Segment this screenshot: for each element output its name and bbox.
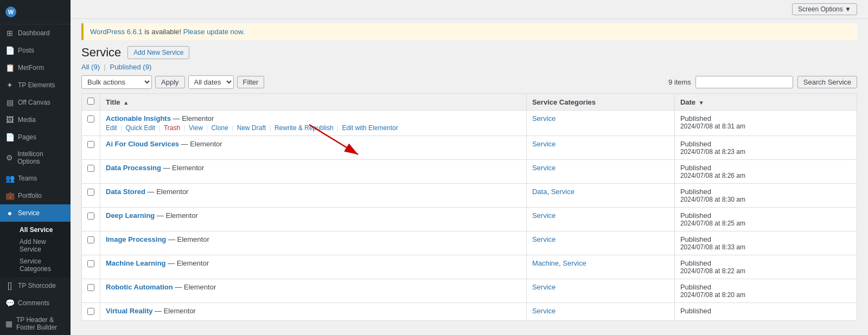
- category-link[interactable]: Service: [563, 259, 586, 267]
- row-date-cell: Published2024/07/08 at 8:20 am: [674, 279, 857, 303]
- post-suffix: — Elementor: [152, 307, 195, 315]
- category-link[interactable]: Service: [532, 211, 556, 220]
- add-new-service-button[interactable]: Add New Service: [127, 46, 189, 59]
- table-row: Virtual Reality — ElementorServicePublis…: [82, 303, 857, 321]
- row-checkbox[interactable]: [87, 141, 94, 148]
- sidebar-item-tp-shortcode[interactable]: [] TP Shorcode: [0, 277, 71, 294]
- post-title-link[interactable]: Data Stored: [106, 188, 145, 196]
- dashboard-icon: ⊞: [5, 29, 14, 37]
- category-link[interactable]: Service: [532, 114, 556, 123]
- row-checkbox[interactable]: [87, 236, 94, 243]
- row-action-clone[interactable]: Clone: [212, 124, 228, 132]
- row-categories-cell: Service: [526, 136, 674, 160]
- filter-all-link[interactable]: All (9): [81, 63, 100, 71]
- sidebar-item-metform[interactable]: 📋 MetForm: [0, 59, 71, 76]
- post-date: 2024/07/08 at 8:30 am: [680, 196, 851, 203]
- filter-published-link[interactable]: Published (9): [110, 63, 152, 71]
- row-date-cell: Published2024/07/08 at 8:30 am: [674, 184, 857, 208]
- category-link[interactable]: Service: [532, 283, 556, 291]
- row-checkbox[interactable]: [87, 260, 94, 267]
- post-title-link[interactable]: Machine Learning: [106, 259, 166, 267]
- sidebar-sub-add-new-service[interactable]: Add New Service: [15, 236, 71, 255]
- bulk-actions-select[interactable]: Bulk actions: [81, 75, 152, 89]
- tp-header-icon: ▦: [5, 319, 12, 328]
- sidebar-sub-all-service[interactable]: All Service: [15, 224, 71, 236]
- post-suffix: — Elementor: [173, 283, 216, 291]
- row-categories-cell: Service: [526, 279, 674, 303]
- row-action-edit-with-elementor[interactable]: Edit with Elementor: [342, 124, 398, 132]
- category-link[interactable]: Service: [532, 164, 556, 172]
- row-checkbox[interactable]: [87, 189, 94, 196]
- sidebar-item-teams[interactable]: 👥 Teams: [0, 170, 71, 187]
- row-date-cell: Published: [674, 303, 857, 321]
- sidebar-sub-service-categories[interactable]: Service Categories: [15, 255, 71, 275]
- sidebar-item-intellicon-options[interactable]: ⚙ Intellicon Options: [0, 146, 71, 170]
- sidebar-item-label: Pages: [18, 133, 36, 141]
- post-date: 2024/07/08 at 8:31 am: [680, 123, 851, 130]
- row-action-rewrite-&-republish[interactable]: Rewrite & Republish: [275, 124, 334, 132]
- media-icon: 🖼: [5, 115, 14, 124]
- row-action-new-draft[interactable]: New Draft: [237, 124, 266, 132]
- sidebar-item-pages[interactable]: 📄 Pages: [0, 128, 71, 146]
- metform-icon: 📋: [5, 63, 14, 72]
- category-link[interactable]: Data: [532, 188, 547, 196]
- row-action-quick-edit[interactable]: Quick Edit: [125, 124, 155, 132]
- table-body: Actionable Insights — ElementorEdit | Qu…: [82, 111, 857, 321]
- sidebar-item-tp-header[interactable]: ▦ TP Header & Footer Builder: [0, 312, 71, 335]
- post-date: 2024/07/08 at 8:20 am: [680, 291, 851, 299]
- sidebar-item-off-canvas[interactable]: ▤ Off Canvas: [0, 94, 71, 111]
- col-title[interactable]: Title ▲: [100, 94, 527, 111]
- post-title-link[interactable]: Actionable Insights: [106, 114, 171, 123]
- row-action-edit[interactable]: Edit: [106, 124, 117, 132]
- sidebar-item-posts[interactable]: 📄 Posts: [0, 42, 71, 59]
- row-checkbox[interactable]: [87, 212, 94, 220]
- row-categories-cell: Service: [526, 208, 674, 231]
- category-link[interactable]: Service: [532, 307, 556, 315]
- apply-button[interactable]: Apply: [155, 76, 185, 88]
- category-link[interactable]: Service: [551, 188, 575, 196]
- search-input[interactable]: [695, 76, 793, 88]
- post-title-link[interactable]: Deep Learning: [106, 211, 155, 220]
- main-content: Screen Options ▼ WordPress 6.6.1 is avai…: [71, 0, 868, 335]
- sidebar-item-label: Portfolio: [18, 192, 42, 199]
- post-title-link[interactable]: Ai For Cloud Services: [106, 140, 179, 148]
- sidebar-item-label: Intellicon Options: [17, 150, 65, 165]
- post-title-link[interactable]: Robotic Automation: [106, 283, 173, 291]
- sidebar-item-media[interactable]: 🖼 Media: [0, 111, 71, 128]
- row-categories-cell: Data, Service: [526, 184, 674, 208]
- search-service-button[interactable]: Search Service: [797, 76, 857, 88]
- dates-select[interactable]: All dates: [188, 75, 234, 89]
- filter-button[interactable]: Filter: [237, 76, 265, 88]
- sidebar-item-portfolio[interactable]: 💼 Portfolio: [0, 187, 71, 204]
- table-row: Machine Learning — ElementorMachine, Ser…: [82, 255, 857, 279]
- screen-options-button[interactable]: Screen Options ▼: [792, 3, 857, 15]
- row-categories-cell: Service: [526, 231, 674, 255]
- row-action-view[interactable]: View: [189, 124, 203, 132]
- post-suffix: — Elementor: [161, 164, 204, 172]
- row-checkbox[interactable]: [87, 308, 94, 315]
- row-action-trash[interactable]: Trash: [164, 124, 180, 132]
- post-title-link[interactable]: Data Processing: [106, 164, 161, 172]
- select-all-checkbox[interactable]: [87, 98, 94, 105]
- post-suffix: — Elementor: [179, 140, 222, 148]
- post-title-link[interactable]: Image Processing: [106, 235, 166, 243]
- row-checkbox[interactable]: [87, 115, 94, 123]
- sidebar-item-service[interactable]: ● Service: [0, 204, 71, 222]
- sidebar-item-label: Posts: [18, 47, 34, 54]
- col-date[interactable]: Date ▼: [674, 94, 857, 111]
- update-link[interactable]: Please update now.: [183, 28, 245, 36]
- sidebar-item-dashboard[interactable]: ⊞ Dashboard: [0, 24, 71, 42]
- row-checkbox[interactable]: [87, 165, 94, 172]
- post-title-link[interactable]: Virtual Reality: [106, 307, 152, 315]
- post-suffix: — Elementor: [166, 259, 209, 267]
- category-link[interactable]: Service: [532, 140, 556, 148]
- sidebar-item-comments[interactable]: 💬 Comments: [0, 294, 71, 312]
- sidebar-item-label: MetForm: [18, 64, 44, 72]
- sidebar-item-tp-elements[interactable]: ✦ TP Elements: [0, 76, 71, 94]
- category-link[interactable]: Machine: [532, 259, 559, 267]
- wp-version-link[interactable]: WordPress 6.6.1: [90, 28, 143, 36]
- sidebar-item-label: Media: [18, 116, 36, 124]
- category-link[interactable]: Service: [532, 235, 556, 243]
- row-title-cell: Machine Learning — Elementor: [100, 255, 527, 279]
- row-checkbox[interactable]: [87, 284, 94, 291]
